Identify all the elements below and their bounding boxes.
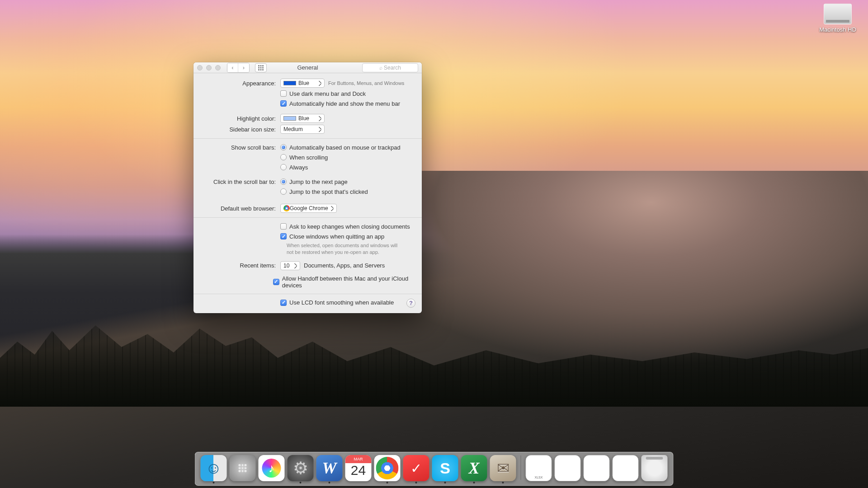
handoff-checkbox[interactable]: Allow Handoff between this Mac and your … [273, 275, 415, 289]
itunes-icon [259, 455, 285, 481]
dock-skype[interactable] [432, 455, 458, 483]
mail-icon [490, 455, 516, 481]
click-scrollbar-label: Click in the scroll bar to: [201, 178, 280, 185]
scrollbars-label: Show scroll bars: [201, 144, 280, 151]
appearance-hint: For Buttons, Menus, and Windows [328, 80, 404, 86]
click-nextpage-radio[interactable]: Jump to the next page [280, 178, 348, 186]
dock-word[interactable] [316, 455, 343, 483]
dock-itunes[interactable] [259, 455, 285, 483]
drive-label: Macintosh HD [819, 26, 856, 33]
close-windows-checkbox[interactable]: Close windows when quitting an app [280, 233, 384, 240]
sidebar-size-select[interactable]: Medium [280, 125, 325, 134]
search-input[interactable]: ⌕ Search [362, 63, 418, 72]
dock-minimized-window-3[interactable] [613, 455, 639, 483]
appearance-label: Appearance: [201, 80, 280, 87]
svg-rect-2 [262, 65, 264, 66]
dock-minimized-xlsx[interactable] [526, 455, 552, 483]
back-button[interactable]: ‹ [227, 63, 238, 72]
window-thumbnail-icon [613, 455, 639, 481]
lcd-checkbox[interactable]: Use LCD font smoothing when available [280, 299, 394, 306]
window-titlebar[interactable]: ‹ › General ⌕ Search [193, 62, 422, 73]
finder-icon [201, 455, 227, 481]
dock-system-preferences[interactable] [288, 455, 314, 483]
browser-label: Default web browser: [201, 205, 280, 212]
svg-rect-4 [260, 67, 262, 68]
svg-rect-7 [260, 69, 262, 70]
svg-rect-1 [260, 65, 262, 66]
dock-minimized-window-2[interactable] [584, 455, 610, 483]
chrome-icon [374, 455, 401, 481]
svg-rect-8 [262, 69, 264, 70]
system-preferences-icon [288, 455, 314, 481]
document-icon [526, 455, 552, 481]
trash-icon [642, 455, 668, 481]
window-thumbnail-icon [555, 455, 581, 481]
system-preferences-general-window: ‹ › General ⌕ Search Appearance: Blue Fo… [193, 62, 422, 313]
show-all-button[interactable] [255, 63, 267, 72]
scroll-auto-radio[interactable]: Automatically based on mouse or trackpad [280, 144, 401, 151]
dock: MAR24 [195, 452, 674, 486]
highlight-label: Highlight color: [201, 115, 280, 122]
search-icon: ⌕ [379, 65, 382, 71]
dark-menubar-checkbox[interactable]: Use dark menu bar and Dock [280, 90, 366, 98]
recent-hint: Documents, Apps, and Servers [304, 262, 385, 269]
hard-drive-icon [824, 4, 852, 24]
close-windows-hint: When selected, open documents and window… [193, 241, 406, 258]
dock-excel[interactable] [461, 455, 487, 483]
word-icon [316, 455, 343, 481]
excel-icon [461, 455, 487, 481]
dock-finder[interactable] [201, 455, 227, 483]
close-button[interactable] [197, 65, 203, 70]
recent-label: Recent items: [201, 262, 280, 269]
window-thumbnail-icon [584, 455, 610, 481]
desktop-drive-icon[interactable]: Macintosh HD [817, 4, 858, 33]
forward-button[interactable]: › [238, 63, 249, 72]
dock-mail[interactable] [490, 455, 516, 483]
skype-icon [432, 455, 458, 481]
dock-chrome[interactable] [374, 455, 401, 483]
zoom-button[interactable] [215, 65, 221, 70]
click-spot-radio[interactable]: Jump to the spot that's clicked [280, 188, 368, 196]
todoist-icon [403, 455, 429, 481]
help-button[interactable]: ? [406, 299, 415, 308]
chrome-icon [283, 205, 290, 211]
minimize-button[interactable] [206, 65, 212, 70]
dock-trash[interactable] [642, 455, 668, 483]
svg-rect-6 [258, 69, 259, 70]
dock-todoist[interactable] [403, 455, 429, 483]
recent-select[interactable]: 10 [280, 261, 300, 270]
dock-separator [521, 455, 521, 480]
browser-select[interactable]: Google Chrome [280, 204, 337, 213]
launchpad-icon [230, 455, 256, 481]
window-title: General [297, 64, 318, 71]
ask-changes-checkbox[interactable]: Ask to keep changes when closing documen… [280, 223, 410, 230]
appearance-select[interactable]: Blue [280, 79, 325, 88]
grid-icon [258, 65, 264, 70]
wallpaper-mountain [0, 171, 868, 488]
calendar-icon: MAR24 [345, 455, 372, 481]
sidebar-size-label: Sidebar icon size: [201, 126, 280, 133]
svg-rect-0 [258, 65, 259, 66]
dock-calendar[interactable]: MAR24 [345, 455, 372, 483]
highlight-select[interactable]: Blue [280, 114, 325, 123]
svg-rect-5 [262, 67, 264, 68]
svg-rect-3 [258, 67, 259, 68]
scroll-when-radio[interactable]: When scrolling [280, 154, 328, 161]
autohide-menubar-checkbox[interactable]: Automatically hide and show the menu bar [280, 100, 400, 108]
dock-launchpad[interactable] [230, 455, 256, 483]
dock-minimized-window-1[interactable] [555, 455, 581, 483]
scroll-always-radio[interactable]: Always [280, 164, 308, 171]
window-controls [197, 65, 221, 70]
